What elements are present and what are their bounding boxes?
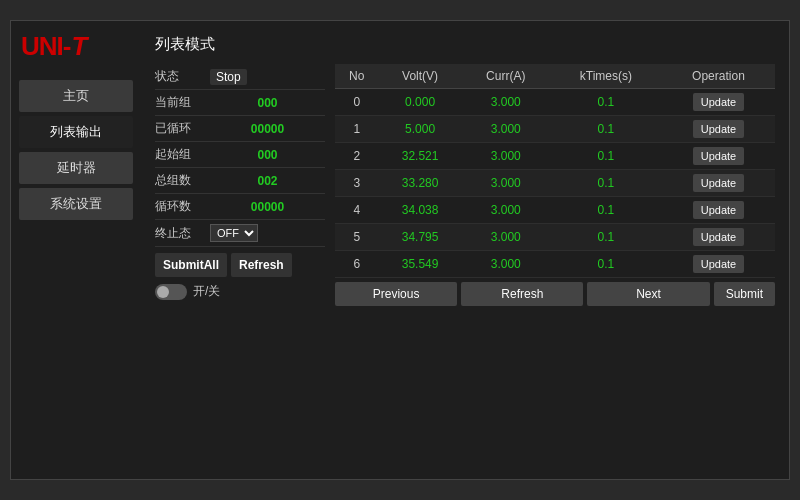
info-label-current: 当前组: [155, 94, 210, 111]
onoff-toggle[interactable]: [155, 284, 187, 300]
info-label-loopcount: 循环数: [155, 198, 210, 215]
update-button[interactable]: Update: [693, 228, 744, 246]
cell-volt: 35.549: [378, 251, 461, 278]
update-button[interactable]: Update: [693, 201, 744, 219]
table-row: 5 34.795 3.000 0.1 Update: [335, 224, 775, 251]
logo-text: UNI: [21, 31, 63, 62]
cell-no: 6: [335, 251, 378, 278]
col-operation: Operation: [662, 64, 775, 89]
nav-home[interactable]: 主页: [19, 80, 133, 112]
table-footer: Previous Refresh Next Submit: [335, 282, 775, 306]
info-value-current: 000: [210, 96, 325, 110]
table-refresh-button[interactable]: Refresh: [461, 282, 583, 306]
data-table-wrap: No Volt(V) Curr(A) kTimes(s) Operation 0…: [335, 64, 775, 469]
cell-curr: 3.000: [462, 224, 550, 251]
cell-volt: 34.038: [378, 197, 461, 224]
cell-no: 2: [335, 143, 378, 170]
logo-dash: -: [63, 31, 72, 62]
info-value-totalgroups: 002: [210, 174, 325, 188]
cell-operation: Update: [662, 224, 775, 251]
content-body: 状态 Stop 当前组 000 已循环 00000 起始组 000: [155, 64, 775, 469]
update-button[interactable]: Update: [693, 93, 744, 111]
info-row-cycled: 已循环 00000: [155, 116, 325, 142]
bottom-buttons: SubmitAll Refresh: [155, 253, 325, 277]
table-row: 3 33.280 3.000 0.1 Update: [335, 170, 775, 197]
table-row: 2 32.521 3.000 0.1 Update: [335, 143, 775, 170]
cell-no: 4: [335, 197, 378, 224]
col-ktimes: kTimes(s): [550, 64, 662, 89]
table-row: 6 35.549 3.000 0.1 Update: [335, 251, 775, 278]
cell-curr: 3.000: [462, 116, 550, 143]
table-row: 1 5.000 3.000 0.1 Update: [335, 116, 775, 143]
status-badge: Stop: [210, 69, 247, 85]
update-button[interactable]: Update: [693, 255, 744, 273]
update-button[interactable]: Update: [693, 120, 744, 138]
info-row-status: 状态 Stop: [155, 64, 325, 90]
cell-ktimes: 0.1: [550, 251, 662, 278]
info-panel: 状态 Stop 当前组 000 已循环 00000 起始组 000: [155, 64, 325, 469]
cell-volt: 32.521: [378, 143, 461, 170]
col-curr: Curr(A): [462, 64, 550, 89]
info-row-current: 当前组 000: [155, 90, 325, 116]
cell-volt: 0.000: [378, 89, 461, 116]
cell-operation: Update: [662, 89, 775, 116]
table-row: 0 0.000 3.000 0.1 Update: [335, 89, 775, 116]
info-refresh-button[interactable]: Refresh: [231, 253, 292, 277]
cell-volt: 5.000: [378, 116, 461, 143]
info-label-stopstate: 终止态: [155, 225, 210, 242]
info-label-startgroup: 起始组: [155, 146, 210, 163]
info-row-loopcount: 循环数 00000: [155, 194, 325, 220]
cell-no: 1: [335, 116, 378, 143]
toggle-label: 开/关: [193, 283, 220, 300]
sidebar: UNI - T 主页 列表输出 延时器 系统设置: [11, 21, 141, 479]
app-container: UNI - T 主页 列表输出 延时器 系统设置 列表模式 状态 Stop 当前…: [10, 20, 790, 480]
cell-ktimes: 0.1: [550, 170, 662, 197]
nav-system[interactable]: 系统设置: [19, 188, 133, 220]
col-no: No: [335, 64, 378, 89]
nav-list-output[interactable]: 列表输出: [19, 116, 133, 148]
cell-no: 0: [335, 89, 378, 116]
previous-button[interactable]: Previous: [335, 282, 457, 306]
submit-all-button[interactable]: SubmitAll: [155, 253, 227, 277]
nav-timer[interactable]: 延时器: [19, 152, 133, 184]
cell-curr: 3.000: [462, 197, 550, 224]
cell-volt: 33.280: [378, 170, 461, 197]
cell-ktimes: 0.1: [550, 89, 662, 116]
cell-ktimes: 0.1: [550, 143, 662, 170]
main-content: 列表模式 状态 Stop 当前组 000 已循环 00000: [141, 21, 789, 479]
col-volt: Volt(V): [378, 64, 461, 89]
info-row-totalgroups: 总组数 002: [155, 168, 325, 194]
cell-no: 5: [335, 224, 378, 251]
cell-curr: 3.000: [462, 170, 550, 197]
toggle-row: 开/关: [155, 283, 325, 300]
cell-operation: Update: [662, 197, 775, 224]
cell-curr: 3.000: [462, 251, 550, 278]
submit-button[interactable]: Submit: [714, 282, 775, 306]
cell-curr: 3.000: [462, 89, 550, 116]
cell-ktimes: 0.1: [550, 224, 662, 251]
update-button[interactable]: Update: [693, 147, 744, 165]
logo: UNI - T: [19, 31, 133, 62]
cell-volt: 34.795: [378, 224, 461, 251]
update-button[interactable]: Update: [693, 174, 744, 192]
cell-operation: Update: [662, 170, 775, 197]
info-row-startgroup: 起始组 000: [155, 142, 325, 168]
info-row-stopstate: 终止态 OFF ON: [155, 220, 325, 247]
data-table: No Volt(V) Curr(A) kTimes(s) Operation 0…: [335, 64, 775, 278]
table-row: 4 34.038 3.000 0.1 Update: [335, 197, 775, 224]
cell-no: 3: [335, 170, 378, 197]
cell-operation: Update: [662, 143, 775, 170]
info-value-cycled: 00000: [210, 122, 325, 136]
info-value-loopcount: 00000: [210, 200, 325, 214]
cell-curr: 3.000: [462, 143, 550, 170]
cell-operation: Update: [662, 251, 775, 278]
cell-ktimes: 0.1: [550, 116, 662, 143]
next-button[interactable]: Next: [587, 282, 709, 306]
info-label-cycled: 已循环: [155, 120, 210, 137]
stopstate-select[interactable]: OFF ON: [210, 224, 258, 242]
info-label-status: 状态: [155, 68, 210, 85]
info-value-startgroup: 000: [210, 148, 325, 162]
cell-operation: Update: [662, 116, 775, 143]
logo-t: T: [71, 31, 87, 62]
cell-ktimes: 0.1: [550, 197, 662, 224]
